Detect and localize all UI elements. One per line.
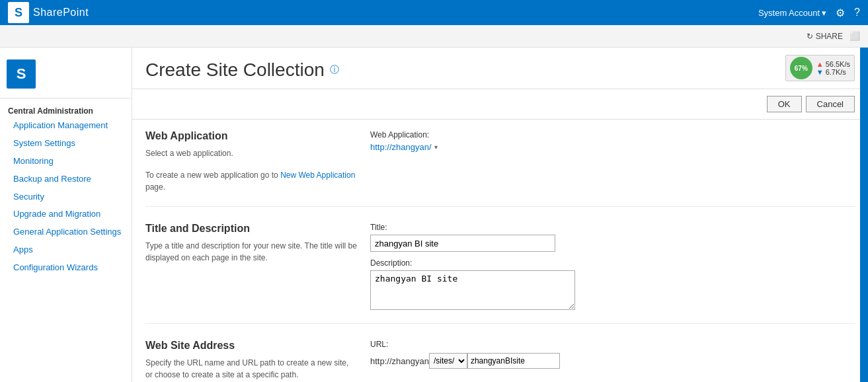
sidebar-item-configuration-wizards[interactable]: Configuration Wizards [0, 259, 132, 277]
form-area: Web Application Select a web application… [132, 120, 868, 382]
sidebar-logo-area: S [0, 54, 132, 98]
web-application-desc1: Select a web application. [145, 147, 357, 159]
web-app-dropdown[interactable]: http://zhangyan/ ▾ [370, 142, 438, 152]
web-app-field-label: Web Application: [370, 130, 855, 139]
website-address-section: Web Site Address Specify the URL name an… [145, 340, 855, 382]
main-layout: S Central Administration Application Man… [0, 48, 868, 382]
logo-text: SharePoint [33, 7, 89, 19]
help-icon[interactable]: ? [854, 7, 860, 19]
web-application-left: Web Application Select a web application… [145, 130, 357, 193]
sidebar-item-upgrade-migration[interactable]: Upgrade and Migration [0, 206, 132, 223]
sidebar-item-application-management[interactable]: Application Management [0, 117, 132, 135]
sidebar-sp-icon: S [7, 59, 36, 89]
top-nav-bar: S SharePoint System Account ▾ ⚙ ? [0, 0, 868, 25]
title-input[interactable] [370, 235, 555, 252]
title-description-left: Title and Description Type a title and d… [145, 223, 357, 310]
web-app-url[interactable]: http://zhangyan/ [370, 142, 432, 152]
web-application-right: Web Application: http://zhangyan/ ▾ [370, 130, 855, 193]
content-area: Create Site Collection ⓘ 67% ▲ 56.5K/s ▼… [132, 48, 868, 382]
system-account-menu[interactable]: System Account ▾ [758, 8, 826, 18]
sidebar: S Central Administration Application Man… [0, 48, 132, 382]
action-buttons: OK Cancel [132, 89, 868, 120]
page-icon[interactable]: ⬜ [849, 31, 860, 41]
sidebar-item-monitoring[interactable]: Monitoring [0, 153, 132, 171]
top-bar-right: System Account ▾ ⚙ ? [758, 7, 860, 19]
web-app-chevron-icon: ▾ [434, 143, 438, 151]
url-path-input[interactable] [467, 353, 560, 369]
new-web-application-link[interactable]: New Web Application [280, 171, 355, 180]
url-segment-select[interactable]: /sites/ [429, 353, 467, 369]
title-description-section: Title and Description Type a title and d… [145, 223, 855, 324]
download-arrow-icon: ▼ [816, 68, 824, 76]
gear-icon[interactable]: ⚙ [836, 7, 845, 19]
right-edge-bar [860, 48, 868, 382]
title-field-label: Title: [370, 223, 855, 232]
website-address-desc: Specify the URL name and URL path to cre… [145, 357, 357, 381]
description-textarea[interactable] [370, 270, 575, 310]
secondary-bar: ↻ SHARE ⬜ [0, 25, 868, 48]
website-address-right: URL: http://zhangyan /sites/ [370, 340, 855, 381]
upload-arrow-icon: ▲ [816, 60, 824, 68]
sharepoint-logo[interactable]: S SharePoint [8, 2, 89, 23]
upload-stat: ▲ 56.5K/s [816, 60, 850, 68]
cancel-button[interactable]: Cancel [806, 96, 855, 112]
top-bar-left: S SharePoint [8, 2, 89, 23]
web-application-desc2: To create a new web application go to Ne… [145, 169, 357, 193]
sidebar-item-backup-restore[interactable]: Backup and Restore [0, 171, 132, 188]
url-field-label: URL: [370, 340, 855, 349]
title-description-title: Title and Description [145, 223, 357, 235]
network-stats: ▲ 56.5K/s ▼ 6.7K/s [816, 60, 850, 76]
download-stat: ▼ 6.7K/s [816, 68, 850, 76]
network-circle: 67% [790, 57, 812, 79]
description-field-label: Description: [370, 258, 855, 268]
title-description-desc: Type a title and description for your ne… [145, 240, 357, 264]
sidebar-item-general-application-settings[interactable]: General Application Settings [0, 223, 132, 241]
ok-button[interactable]: OK [767, 96, 802, 112]
page-header: Create Site Collection ⓘ 67% ▲ 56.5K/s ▼… [132, 48, 868, 89]
web-application-section: Web Application Select a web application… [145, 130, 855, 207]
web-application-title: Web Application [145, 130, 357, 142]
sidebar-logo-letter: S [17, 65, 26, 83]
sidebar-item-apps[interactable]: Apps [0, 241, 132, 259]
url-row: http://zhangyan /sites/ [370, 353, 855, 369]
sidebar-section-header: Central Administration [0, 104, 132, 117]
network-widget: 67% ▲ 56.5K/s ▼ 6.7K/s [785, 55, 855, 81]
share-button[interactable]: ↻ SHARE [807, 32, 843, 41]
title-description-right: Title: Description: [370, 223, 855, 310]
sidebar-item-system-settings[interactable]: System Settings [0, 135, 132, 153]
website-address-left: Web Site Address Specify the URL name an… [145, 340, 357, 381]
page-title: Create Site Collection [145, 59, 325, 81]
website-address-title: Web Site Address [145, 340, 357, 352]
sidebar-item-security[interactable]: Security [0, 188, 132, 206]
share-icon: ↻ [807, 32, 813, 41]
page-info-icon[interactable]: ⓘ [330, 64, 339, 76]
logo-icon: S [8, 2, 29, 23]
web-app-field-value: http://zhangyan/ ▾ [370, 142, 855, 152]
url-base: http://zhangyan [370, 356, 429, 366]
